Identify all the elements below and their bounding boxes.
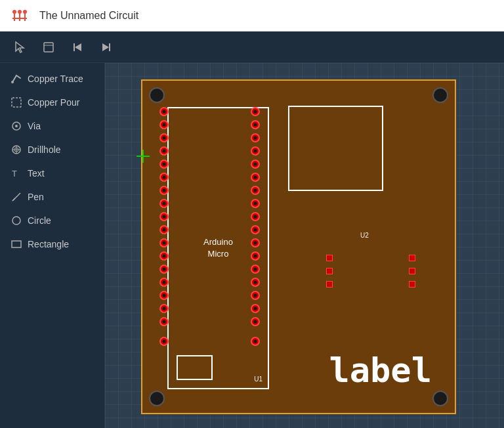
pad [159,278,169,287]
pad [159,173,169,182]
main-layout: Copper Trace Copper Pour Via [0,63,504,428]
pad [159,199,169,208]
small-connector [177,355,213,380]
sidebar-item-pen[interactable]: Pen [4,186,100,207]
svg-point-19 [15,125,18,127]
sidebar-item-via[interactable]: Via [4,116,100,137]
toolbar [0,32,504,63]
rectangle-label: Rectangle [28,239,69,249]
board-label-text: label [329,351,432,390]
circle-icon [10,215,22,226]
pad [251,238,260,247]
pad [159,251,169,261]
sidebar-item-drillhole[interactable]: Drillhole [4,139,100,160]
app-logo [8,4,32,28]
mount-hole-br [432,391,448,406]
copper-pour-icon [10,96,22,108]
pad [159,337,169,346]
copper-trace-icon [10,73,22,85]
prev-button[interactable] [66,35,89,59]
mount-hole-tr [432,87,448,103]
select-tool-button[interactable] [8,35,32,59]
drillhole-label: Drillhole [28,144,61,155]
copper-pour-label: Copper Pour [28,97,79,108]
u2-label: U2 [360,232,369,239]
sidebar-item-copper-pour[interactable]: Copper Pour [4,92,100,113]
next-button[interactable] [94,35,118,59]
frame-tool-button[interactable] [37,35,60,59]
pad [159,238,169,247]
page-title: The Unnamed Circuit [39,10,138,22]
mount-hole-tl [149,87,165,103]
pad [251,120,260,129]
pad [159,265,169,274]
sq-pad [409,255,415,261]
mount-hole-bl [149,391,165,406]
sidebar-item-text[interactable]: T Text [4,163,100,184]
svg-point-25 [12,217,20,225]
pad [251,186,260,195]
svg-rect-26 [12,241,21,247]
sq-pad [326,255,333,261]
pad [251,146,260,156]
pcb-board: Arduino Micro U1 [141,79,456,414]
u1-label: U1 [254,375,262,383]
svg-marker-15 [102,43,109,51]
svg-rect-8 [44,43,53,52]
sq-pad [409,268,415,274]
circle-label: Circle [28,215,51,226]
pad [251,133,260,142]
pad [251,291,260,300]
pad [251,160,260,169]
sidebar-item-circle[interactable]: Circle [4,210,100,231]
cursor-cross [136,150,150,163]
pad [159,133,169,142]
pad [159,317,169,326]
pen-label: Pen [28,192,44,202]
pad [159,225,169,234]
text-icon: T [10,167,22,179]
rectangle-icon [10,238,22,250]
via-icon [10,120,22,132]
pad [159,304,169,313]
pad [159,160,169,169]
pad [251,251,260,261]
pad [159,212,169,221]
pad [251,337,260,346]
pad [159,146,169,156]
sidebar-item-copper-trace[interactable]: Copper Trace [4,68,100,89]
svg-point-16 [11,81,14,83]
sidebar-item-rectangle[interactable]: Rectangle [4,234,100,255]
svg-marker-12 [75,43,81,51]
canvas-area[interactable]: Arduino Micro U1 [105,63,504,428]
pen-icon [10,191,22,203]
sidebar: Copper Trace Copper Pour Via [0,63,105,428]
svg-rect-17 [12,98,21,107]
pad [159,186,169,195]
header: The Unnamed Circuit [0,0,504,32]
arduino-label: Arduino Micro [203,236,233,260]
sq-pad [409,281,415,288]
svg-text:T: T [12,169,17,179]
pad [159,291,169,300]
copper-trace-label: Copper Trace [28,74,83,84]
ic-component [288,106,383,191]
pad [251,304,260,313]
pad [159,120,169,129]
drillhole-icon [10,144,22,156]
pad [251,173,260,182]
sq-pad [326,268,333,274]
text-label: Text [28,168,45,179]
pad [159,107,169,116]
pad [251,317,260,326]
via-label: Via [28,121,41,131]
pad [251,278,260,287]
pad [251,212,260,221]
pad [251,265,260,274]
sq-pad [326,281,333,288]
pad [251,107,260,116]
pad [251,199,260,208]
svg-marker-7 [16,42,24,53]
pad [251,225,260,234]
